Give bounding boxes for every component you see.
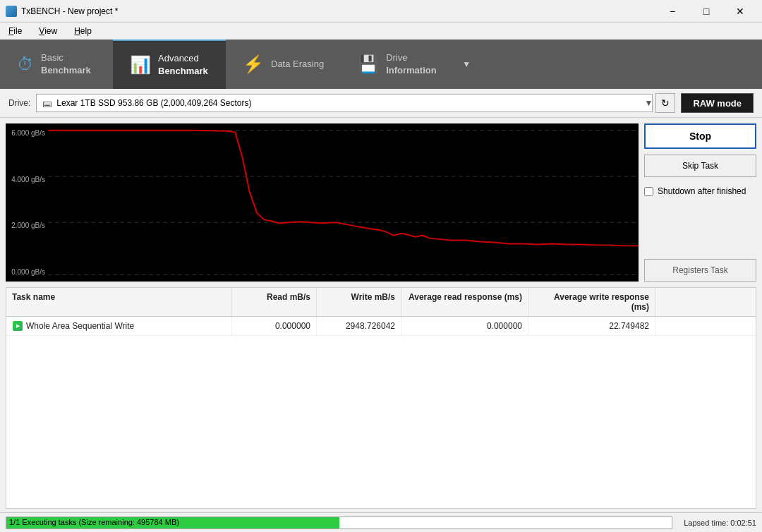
drive-refresh-button[interactable]: ↻ — [655, 93, 675, 113]
tab-basic-benchmark[interactable]: ⏱ Basic Benchmark — [0, 40, 113, 89]
tab-basic-line2: Benchmark — [41, 64, 91, 77]
drive-label: Drive: — [8, 98, 30, 108]
shutdown-label: Shutdown after finished — [658, 186, 746, 198]
status-text: 1/1 Executing tasks (Size remaining: 495… — [9, 518, 179, 526]
toolbar-more-button[interactable]: ▼ — [454, 40, 479, 89]
content-wrapper: 6.000 gB/s 4.000 gB/s 2.000 gB/s 0.000 g… — [0, 118, 762, 532]
tab-data-erasing[interactable]: ⚡ Data Erasing — [226, 40, 341, 89]
tab-drive-line2: Information — [386, 64, 437, 77]
table-header: Task name Read mB/s Write mB/s Average r… — [6, 288, 756, 317]
drive-value: Lexar 1TB SSD 953.86 GB (2,000,409,264 S… — [56, 98, 251, 108]
y-label-6: 6.000 gB/s — [8, 129, 45, 137]
task-name-value: Whole Area Sequential Write — [26, 321, 134, 331]
status-progress-container: 1/1 Executing tasks (Size remaining: 495… — [6, 516, 672, 529]
status-bar: 1/1 Executing tasks (Size remaining: 495… — [0, 512, 762, 532]
y-label-4: 4.000 gB/s — [8, 176, 45, 183]
drive-disk-icon: 🖴 — [42, 97, 52, 109]
cell-task-name: Whole Area Sequential Write — [6, 317, 232, 335]
title-bar: TxBENCH - New project * − □ ✕ — [0, 0, 762, 23]
col-avg-write: Average write response (ms) — [528, 288, 655, 316]
drive-select[interactable]: 🖴 Lexar 1TB SSD 953.86 GB (2,000,409,264… — [36, 94, 653, 112]
tab-erasing-line1: Data Erasing — [271, 58, 324, 71]
title-bar-controls: − □ ✕ — [656, 0, 756, 23]
chart-container: 6.000 gB/s 4.000 gB/s 2.000 gB/s 0.000 g… — [6, 123, 639, 282]
right-panel: Stop Skip Task Shutdown after finished R… — [639, 118, 762, 287]
cell-read-mbs: 0.000000 — [232, 317, 317, 335]
title-bar-left: TxBENCH - New project * — [6, 6, 118, 17]
clock-icon: ⏱ — [17, 54, 34, 74]
maximize-button[interactable]: □ — [690, 0, 722, 23]
window-title: TxBENCH - New project * — [21, 6, 118, 16]
drive-bar: Drive: 🖴 Lexar 1TB SSD 953.86 GB (2,000,… — [0, 89, 762, 118]
col-avg-read: Average read response (ms) — [401, 288, 528, 316]
txbench-icon — [6, 6, 17, 17]
tab-basic-line1: Basic — [41, 52, 91, 64]
tab-advanced-line1: Advanced — [158, 52, 208, 65]
status-elapsed: Lapsed time: 0:02:51 — [684, 519, 756, 527]
drive-chevron-icon: ▼ — [644, 98, 653, 108]
menu-bar: File View Help — [0, 23, 762, 40]
cell-avg-read: 0.000000 — [401, 317, 528, 335]
table-row: Whole Area Sequential Write 0.000000 294… — [6, 317, 756, 336]
y-label-0: 0.000 gB/s — [8, 268, 45, 276]
col-read-mbs: Read mB/s — [232, 288, 317, 316]
tab-drive-information[interactable]: 💾 Drive Information — [341, 40, 454, 89]
shutdown-checkbox[interactable] — [644, 187, 653, 196]
chart-svg — [48, 123, 639, 282]
menu-file[interactable]: File — [6, 25, 25, 37]
task-icon — [12, 320, 23, 332]
cell-avg-write: 22.749482 — [528, 317, 655, 335]
performance-line — [48, 131, 639, 246]
col-write-mbs: Write mB/s — [317, 288, 401, 316]
tab-drive-line1: Drive — [386, 52, 437, 64]
close-button[interactable]: ✕ — [724, 0, 756, 23]
drive-info-icon: 💾 — [358, 54, 379, 74]
raw-mode-button[interactable]: RAW mode — [681, 93, 754, 113]
registers-task-button[interactable]: Registers Task — [644, 259, 756, 282]
y-label-2: 2.000 gB/s — [8, 222, 45, 229]
stop-button[interactable]: Stop — [644, 123, 756, 149]
tab-advanced-line2: Benchmark — [158, 65, 208, 78]
menu-help[interactable]: Help — [71, 25, 95, 37]
shutdown-checkbox-wrapper: Shutdown after finished — [644, 186, 756, 198]
skip-task-button[interactable]: Skip Task — [644, 155, 756, 177]
minimize-button[interactable]: − — [656, 0, 689, 23]
table-wrapper: Task name Read mB/s Write mB/s Average r… — [6, 287, 756, 509]
menu-view[interactable]: View — [36, 25, 60, 37]
erasing-icon: ⚡ — [243, 54, 264, 74]
chart-y-labels: 6.000 gB/s 4.000 gB/s 2.000 gB/s 0.000 g… — [6, 123, 48, 282]
col-task-name: Task name — [6, 288, 232, 316]
tab-advanced-benchmark[interactable]: 📊 Advanced Benchmark — [113, 40, 226, 89]
chart-icon: 📊 — [130, 55, 151, 75]
chart-and-right: 6.000 gB/s 4.000 gB/s 2.000 gB/s 0.000 g… — [0, 118, 762, 287]
cell-write-mbs: 2948.726042 — [317, 317, 401, 335]
drive-select-wrapper: 🖴 Lexar 1TB SSD 953.86 GB (2,000,409,264… — [36, 93, 675, 113]
task-icon-inner — [13, 321, 23, 331]
toolbar: ⏱ Basic Benchmark 📊 Advanced Benchmark ⚡… — [0, 40, 762, 89]
